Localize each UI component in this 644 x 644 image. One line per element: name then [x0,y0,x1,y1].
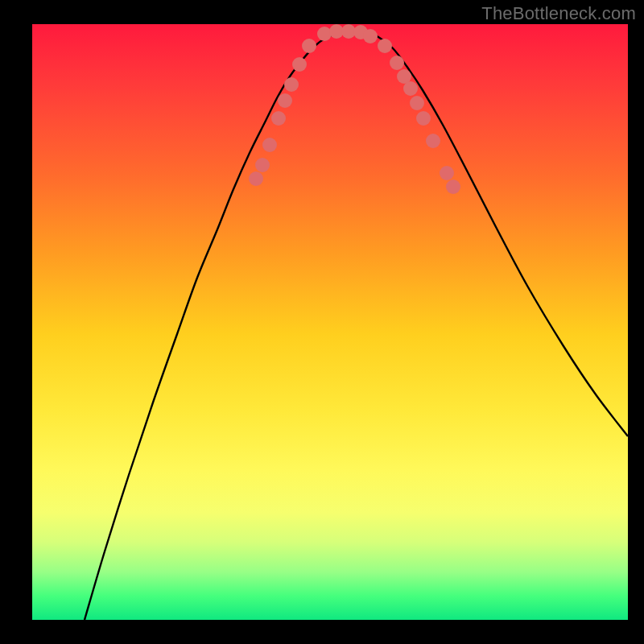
data-dot [426,134,440,148]
data-dot [271,111,286,126]
data-dot [410,96,424,110]
data-dots [249,24,460,194]
data-dot [249,171,263,186]
plot-area [32,24,628,620]
data-dot [302,39,316,53]
data-dot [403,81,418,96]
data-dot [440,166,454,180]
data-dot [446,180,460,194]
chart-frame: TheBottleneck.com [0,0,644,644]
chart-svg [32,24,628,620]
data-dot [416,111,431,126]
bottleneck-curve [85,30,628,620]
data-dot [390,56,404,70]
data-dot [378,39,392,53]
data-dot [292,57,307,72]
data-dot [255,158,270,172]
data-dot [262,138,277,152]
data-dot [317,27,332,41]
watermark-text: TheBottleneck.com [481,3,636,24]
data-dot [363,29,378,43]
data-dot [284,77,299,92]
data-dot [278,93,292,108]
